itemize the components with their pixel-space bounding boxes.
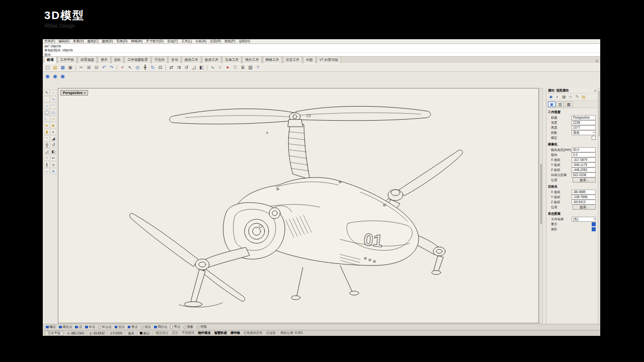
property-row[interactable]: 宽度 2238 [546, 120, 600, 125]
copy-object-icon[interactable]: ⇉ [176, 64, 182, 71]
property-value[interactable]: -546.1175 [572, 162, 596, 167]
property-value[interactable]: -88.4585 [572, 190, 596, 195]
toolbar-tab[interactable]: 工作视窗配置 [124, 56, 151, 63]
panel-menu-icon[interactable]: ≡ [594, 89, 596, 93]
property-value[interactable]: 0.0 [572, 152, 596, 157]
drone-wireframe-model[interactable]: 23 01 [58, 88, 539, 323]
fillet-tool-icon[interactable]: ◝ [44, 135, 50, 141]
paste-icon[interactable]: ⊟ [93, 64, 100, 71]
help-icon[interactable]: ? [255, 64, 261, 71]
open-file-icon[interactable]: ▤ [52, 64, 58, 71]
scrollbar-thumb[interactable] [599, 91, 600, 136]
point-tool-icon[interactable]: ∙ [44, 96, 50, 102]
status-toggle[interactable]: 正交 [172, 331, 179, 335]
checkbox-icon[interactable] [184, 326, 187, 329]
save-icon[interactable]: ▦ [59, 64, 66, 71]
status-toggle[interactable]: 智慧轨迹 [214, 331, 227, 335]
checkbox-icon[interactable] [197, 326, 200, 329]
dimension-tool-icon[interactable]: ↔ [44, 168, 50, 174]
status-toggle[interactable]: 过滤器 [266, 331, 276, 335]
properties-icon[interactable]: ◉ [548, 95, 553, 100]
display-icon[interactable]: ▥ [247, 64, 254, 71]
checkbox-icon[interactable] [170, 326, 173, 329]
menu-item[interactable]: 分析(A) [195, 39, 206, 44]
menu-item[interactable]: 变动(T) [167, 39, 178, 44]
checkbox-icon[interactable] [141, 326, 144, 329]
property-row[interactable]: 标题 Perspective [546, 115, 600, 120]
curve-icon[interactable]: ∿ [209, 64, 216, 71]
toolbar-tab[interactable]: 曲面工具 [202, 56, 221, 63]
layer-indicator[interactable]: 默认 [137, 331, 153, 335]
property-row[interactable]: 位置 放置... [546, 177, 600, 183]
trim-tool-icon[interactable]: ✂ [50, 155, 56, 161]
menu-item[interactable]: 说明(H) [239, 39, 250, 44]
menu-item[interactable]: 实体(D) [116, 39, 127, 44]
gumball-toggle-icon[interactable]: ◉ [52, 73, 58, 79]
menu-item[interactable]: 尺寸标注(D) [146, 39, 164, 44]
status-toggle[interactable]: 记录建构历史 [244, 331, 263, 335]
rotate-tool-icon[interactable]: ↺ [50, 142, 56, 148]
viewport-perspective[interactable]: Perspective ▾ [58, 88, 539, 323]
cplane-button[interactable]: 工作平面 [45, 331, 63, 336]
menu-item[interactable]: 曲线(C) [88, 39, 99, 44]
property-value[interactable] [592, 222, 596, 226]
property-row[interactable]: 显示 [546, 222, 600, 227]
selection-filter-icon[interactable]: ▫ [50, 89, 56, 96]
curve-tool-icon[interactable]: ∿ [50, 96, 56, 102]
osnap-toggle[interactable]: 端点 [46, 325, 56, 329]
osnap-toggle[interactable]: 四分点 [154, 325, 167, 329]
property-row[interactable]: X 坐标 -88.4585 [546, 190, 600, 195]
box-tool-icon[interactable]: ■ [50, 122, 56, 128]
menu-item[interactable]: 面板(P) [224, 39, 235, 44]
property-value[interactable]: 50.0 [572, 147, 596, 152]
checkbox-icon[interactable] [98, 326, 101, 329]
property-row[interactable]: X 坐标 -317.0879 [546, 157, 600, 162]
property-value[interactable]: 放置... [573, 177, 596, 183]
sphere-tool-icon[interactable]: ● [44, 122, 50, 128]
new-file-icon[interactable]: ▢ [44, 64, 51, 71]
texture-icon[interactable]: ▦ [561, 95, 567, 100]
property-row[interactable]: Y 坐标 -108.7898 [546, 195, 600, 200]
toolbar-icon[interactable] [207, 65, 207, 70]
move-icon[interactable]: ⇄ [168, 64, 175, 71]
toolbar-tab[interactable]: 标准 [44, 56, 57, 63]
osnap-toggle-icon[interactable]: ◉ [44, 73, 51, 79]
checkbox-icon[interactable] [85, 326, 88, 329]
join-tool-icon[interactable]: ∪ [50, 161, 56, 167]
sphere-icon[interactable]: ● [224, 64, 231, 71]
wallpaper-props-tab-icon[interactable]: ▩ [565, 102, 573, 107]
property-value[interactable]: (无) [572, 217, 596, 222]
menu-item[interactable]: 文件(F) [44, 39, 55, 44]
property-value[interactable] [592, 227, 596, 231]
property-row[interactable]: 镜头焦距(mm) 50.0 [546, 147, 600, 152]
osnap-toggle[interactable]: 节点 [170, 325, 180, 329]
menu-item[interactable]: 查看(V) [73, 39, 84, 44]
toolbar-tab[interactable]: V7 的新功能 [316, 56, 341, 63]
units-indicator[interactable]: 毫米 [125, 331, 137, 335]
property-row[interactable]: Z 坐标 -69.5413 [546, 200, 600, 205]
toolbar-tab[interactable]: 选取 [111, 56, 124, 63]
checkbox-icon[interactable] [59, 326, 62, 329]
mirror-icon[interactable]: ◧ [198, 64, 205, 71]
redo-icon[interactable]: ↷ [108, 64, 115, 71]
toolbar-tab[interactable]: 渲染工具 [283, 56, 302, 63]
toolbar-tab[interactable]: 工作平面 [57, 56, 77, 63]
menu-item[interactable]: 曲面(S) [102, 39, 113, 44]
circle-icon[interactable]: ○ [217, 64, 223, 71]
property-value[interactable]: -69.5413 [572, 200, 596, 205]
property-row[interactable]: 锁定 [546, 135, 600, 140]
osnap-toggle[interactable]: 中心点 [98, 325, 111, 329]
rotate-icon[interactable]: ↺ [183, 64, 190, 71]
array-tool-icon[interactable]: ∷ [44, 155, 50, 161]
box-icon[interactable]: □ [232, 64, 238, 71]
toolbar-tab[interactable]: 实体工具 [222, 56, 242, 63]
toolbar-tab[interactable]: 细分工具 [242, 56, 262, 63]
property-row[interactable]: Z 坐标 -448.2052 [546, 167, 600, 172]
property-row[interactable]: 文件名称 (无) [546, 217, 600, 222]
property-row[interactable]: 旋转 0.0 [546, 152, 600, 157]
undo-icon[interactable]: ↶ [101, 64, 107, 71]
property-row[interactable]: 位置 放置... [546, 205, 600, 210]
attach-icon[interactable]: ✎ [575, 95, 580, 100]
scrollbar-thumb[interactable] [540, 164, 542, 224]
folder-icon[interactable]: ▤ [581, 95, 586, 100]
